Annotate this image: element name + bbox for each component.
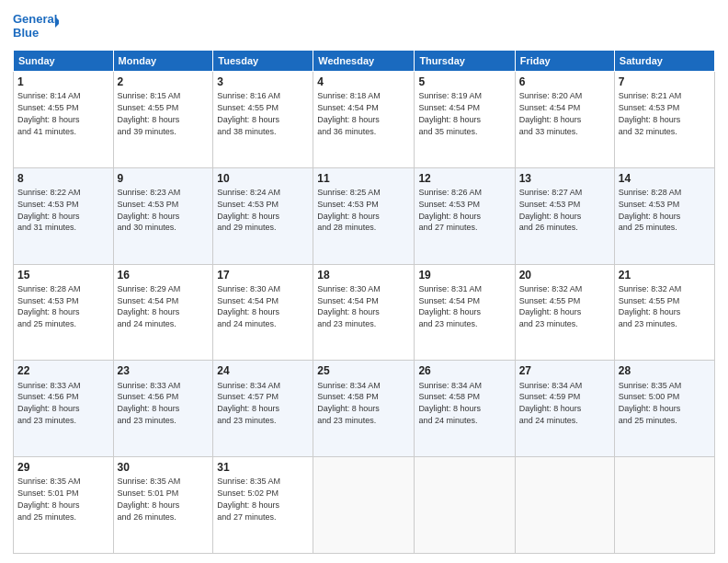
- calendar-day-cell: 4Sunrise: 8:18 AMSunset: 4:54 PMDaylight…: [313, 72, 415, 168]
- calendar-day-cell: 14Sunrise: 8:28 AMSunset: 4:53 PMDayligh…: [614, 167, 714, 264]
- calendar-day-cell: 21Sunrise: 8:32 AMSunset: 4:55 PMDayligh…: [614, 264, 714, 361]
- day-info: Sunrise: 8:35 AMSunset: 5:02 PMDaylight:…: [217, 477, 280, 521]
- calendar-day-cell: 11Sunrise: 8:25 AMSunset: 4:53 PMDayligh…: [313, 167, 415, 264]
- day-info: Sunrise: 8:32 AMSunset: 4:55 PMDaylight:…: [619, 284, 682, 328]
- day-info: Sunrise: 8:34 AMSunset: 4:58 PMDaylight:…: [418, 381, 482, 425]
- calendar-day-cell: 29Sunrise: 8:35 AMSunset: 5:01 PMDayligh…: [14, 457, 114, 554]
- weekday-wednesday: Wednesday: [313, 51, 415, 72]
- calendar-day-cell: 13Sunrise: 8:27 AMSunset: 4:53 PMDayligh…: [515, 167, 614, 264]
- calendar-day-cell: 27Sunrise: 8:34 AMSunset: 4:59 PMDayligh…: [515, 361, 614, 457]
- calendar-day-cell: 25Sunrise: 8:34 AMSunset: 4:58 PMDayligh…: [313, 361, 415, 457]
- svg-text:General: General: [13, 12, 57, 26]
- calendar-day-cell: 1Sunrise: 8:14 AMSunset: 4:55 PMDaylight…: [14, 72, 114, 168]
- calendar-table: SundayMondayTuesdayWednesdayThursdayFrid…: [13, 50, 715, 554]
- day-info: Sunrise: 8:18 AMSunset: 4:54 PMDaylight:…: [317, 91, 381, 135]
- weekday-sunday: Sunday: [14, 51, 114, 72]
- day-info: Sunrise: 8:35 AMSunset: 5:00 PMDaylight:…: [619, 381, 682, 425]
- day-number: 29: [17, 460, 109, 475]
- page: General Blue SundayMondayTuesdayWednesda…: [0, 0, 728, 563]
- day-number: 24: [217, 363, 309, 378]
- day-info: Sunrise: 8:28 AMSunset: 4:53 PMDaylight:…: [17, 284, 81, 328]
- day-number: 19: [418, 268, 510, 282]
- day-number: 20: [519, 268, 610, 282]
- day-number: 15: [17, 268, 109, 282]
- day-number: 2: [118, 75, 210, 89]
- day-number: 25: [317, 363, 410, 378]
- day-info: Sunrise: 8:34 AMSunset: 4:58 PMDaylight:…: [317, 381, 381, 425]
- calendar-day-cell: 18Sunrise: 8:30 AMSunset: 4:54 PMDayligh…: [313, 264, 415, 361]
- day-number: 8: [17, 171, 109, 186]
- calendar-day-cell: 3Sunrise: 8:16 AMSunset: 4:55 PMDaylight…: [213, 72, 313, 168]
- day-number: 14: [619, 171, 711, 186]
- logo-svg: General Blue: [13, 9, 59, 42]
- calendar-day-cell: 2Sunrise: 8:15 AMSunset: 4:55 PMDaylight…: [113, 72, 213, 168]
- calendar-day-cell: 24Sunrise: 8:34 AMSunset: 4:57 PMDayligh…: [213, 361, 313, 457]
- calendar-day-cell: 7Sunrise: 8:21 AMSunset: 4:53 PMDaylight…: [614, 72, 714, 168]
- day-number: 18: [317, 268, 410, 282]
- day-number: 22: [17, 363, 109, 378]
- weekday-friday: Friday: [515, 51, 614, 72]
- calendar-day-cell: [415, 457, 515, 554]
- calendar-day-cell: 6Sunrise: 8:20 AMSunset: 4:54 PMDaylight…: [515, 72, 614, 168]
- calendar-day-cell: 16Sunrise: 8:29 AMSunset: 4:54 PMDayligh…: [113, 264, 213, 361]
- day-number: 30: [118, 460, 210, 475]
- calendar-day-cell: 28Sunrise: 8:35 AMSunset: 5:00 PMDayligh…: [614, 361, 714, 457]
- weekday-header-row: SundayMondayTuesdayWednesdayThursdayFrid…: [14, 51, 715, 72]
- calendar-day-cell: 15Sunrise: 8:28 AMSunset: 4:53 PMDayligh…: [14, 264, 114, 361]
- calendar-day-cell: 30Sunrise: 8:35 AMSunset: 5:01 PMDayligh…: [113, 457, 213, 554]
- day-info: Sunrise: 8:34 AMSunset: 4:57 PMDaylight:…: [217, 381, 280, 425]
- day-number: 13: [519, 171, 610, 186]
- calendar-day-cell: 20Sunrise: 8:32 AMSunset: 4:55 PMDayligh…: [515, 264, 614, 361]
- calendar-week-4: 22Sunrise: 8:33 AMSunset: 4:56 PMDayligh…: [14, 361, 715, 457]
- logo: General Blue: [13, 9, 59, 42]
- day-info: Sunrise: 8:30 AMSunset: 4:54 PMDaylight:…: [217, 284, 280, 328]
- day-number: 10: [217, 171, 309, 186]
- day-info: Sunrise: 8:30 AMSunset: 4:54 PMDaylight:…: [317, 284, 381, 328]
- day-info: Sunrise: 8:27 AMSunset: 4:53 PMDaylight:…: [519, 188, 583, 232]
- day-number: 12: [418, 171, 510, 186]
- day-info: Sunrise: 8:24 AMSunset: 4:53 PMDaylight:…: [217, 188, 280, 232]
- day-number: 1: [17, 75, 109, 89]
- day-number: 17: [217, 268, 309, 282]
- calendar-day-cell: 22Sunrise: 8:33 AMSunset: 4:56 PMDayligh…: [14, 361, 114, 457]
- day-number: 6: [519, 75, 610, 89]
- day-number: 31: [217, 460, 309, 475]
- day-info: Sunrise: 8:31 AMSunset: 4:54 PMDaylight:…: [418, 284, 482, 328]
- day-info: Sunrise: 8:33 AMSunset: 4:56 PMDaylight:…: [118, 381, 181, 425]
- day-number: 9: [118, 171, 210, 186]
- day-info: Sunrise: 8:20 AMSunset: 4:54 PMDaylight:…: [519, 91, 583, 135]
- calendar-day-cell: 23Sunrise: 8:33 AMSunset: 4:56 PMDayligh…: [113, 361, 213, 457]
- weekday-tuesday: Tuesday: [213, 51, 313, 72]
- calendar-day-cell: 9Sunrise: 8:23 AMSunset: 4:53 PMDaylight…: [113, 167, 213, 264]
- calendar-body: 1Sunrise: 8:14 AMSunset: 4:55 PMDaylight…: [14, 72, 715, 554]
- calendar-day-cell: [313, 457, 415, 554]
- day-info: Sunrise: 8:32 AMSunset: 4:55 PMDaylight:…: [519, 284, 583, 328]
- day-info: Sunrise: 8:34 AMSunset: 4:59 PMDaylight:…: [519, 381, 583, 425]
- calendar-day-cell: 19Sunrise: 8:31 AMSunset: 4:54 PMDayligh…: [415, 264, 515, 361]
- day-number: 16: [118, 268, 210, 282]
- header: General Blue: [13, 9, 715, 42]
- day-info: Sunrise: 8:14 AMSunset: 4:55 PMDaylight:…: [17, 91, 81, 135]
- day-info: Sunrise: 8:28 AMSunset: 4:53 PMDaylight:…: [619, 188, 682, 232]
- svg-text:Blue: Blue: [13, 26, 39, 40]
- day-info: Sunrise: 8:23 AMSunset: 4:53 PMDaylight:…: [118, 188, 181, 232]
- calendar-day-cell: 10Sunrise: 8:24 AMSunset: 4:53 PMDayligh…: [213, 167, 313, 264]
- calendar-day-cell: 17Sunrise: 8:30 AMSunset: 4:54 PMDayligh…: [213, 264, 313, 361]
- calendar-day-cell: 5Sunrise: 8:19 AMSunset: 4:54 PMDaylight…: [415, 72, 515, 168]
- calendar-day-cell: [614, 457, 714, 554]
- calendar-day-cell: 12Sunrise: 8:26 AMSunset: 4:53 PMDayligh…: [415, 167, 515, 264]
- calendar-day-cell: 31Sunrise: 8:35 AMSunset: 5:02 PMDayligh…: [213, 457, 313, 554]
- calendar-day-cell: [515, 457, 614, 554]
- weekday-saturday: Saturday: [614, 51, 714, 72]
- calendar-week-3: 15Sunrise: 8:28 AMSunset: 4:53 PMDayligh…: [14, 264, 715, 361]
- day-number: 5: [418, 75, 510, 89]
- day-number: 27: [519, 363, 610, 378]
- day-info: Sunrise: 8:25 AMSunset: 4:53 PMDaylight:…: [317, 188, 381, 232]
- day-info: Sunrise: 8:21 AMSunset: 4:53 PMDaylight:…: [619, 91, 682, 135]
- calendar-day-cell: 26Sunrise: 8:34 AMSunset: 4:58 PMDayligh…: [415, 361, 515, 457]
- day-info: Sunrise: 8:35 AMSunset: 5:01 PMDaylight:…: [118, 477, 181, 521]
- day-number: 4: [317, 75, 410, 89]
- day-number: 26: [418, 363, 510, 378]
- day-number: 23: [118, 363, 210, 378]
- weekday-monday: Monday: [113, 51, 213, 72]
